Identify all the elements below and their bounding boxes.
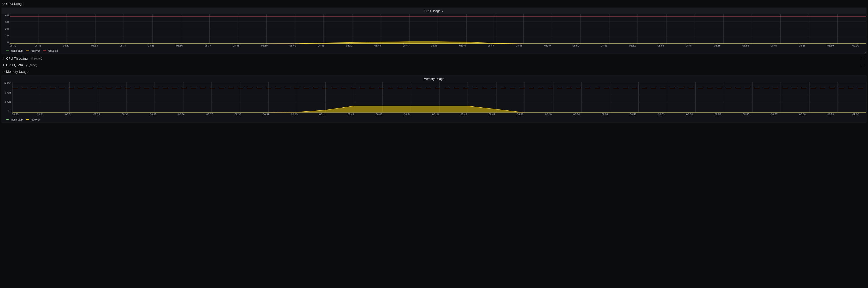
xaxis-cpu: 08:3008:3108:3208:3308:3408:3508:3608:37…	[2, 44, 866, 48]
xaxis-tick: 08:39	[261, 44, 268, 47]
xaxis-tick: 08:43	[376, 113, 382, 116]
legend-item-mako_stub[interactable]: mako-stub	[6, 118, 23, 121]
xaxis-tick: 08:59	[827, 44, 834, 47]
legend-label: requests	[48, 49, 58, 52]
panel-count: (1 panel)	[26, 64, 37, 67]
chevron-down-icon	[2, 3, 5, 5]
panel-title: CPU Usage	[424, 9, 441, 13]
legend-label: receiver	[31, 49, 40, 52]
xaxis-tick: 08:51	[601, 44, 608, 47]
legend-item-receiver[interactable]: receiver	[26, 49, 40, 52]
xaxis-tick: 08:31	[37, 113, 43, 116]
xaxis-tick: 08:48	[517, 113, 524, 116]
xaxis-tick: 08:47	[489, 113, 495, 116]
xaxis-tick: 08:49	[545, 113, 552, 116]
row-header-memory-usage[interactable]: Memory Usage	[0, 68, 868, 75]
legend-label: mako-stub	[10, 49, 23, 52]
xaxis-tick: 08:36	[178, 113, 185, 116]
legend-swatch	[43, 50, 46, 51]
xaxis-tick: 08:51	[602, 113, 608, 116]
yaxis-memory: 14 GiB 9 GiB 5 GiB 0 B	[2, 82, 12, 112]
xaxis-tick: 08:42	[346, 44, 352, 47]
legend-item-requests[interactable]: requests	[43, 49, 58, 52]
row-title: CPU Usage	[6, 2, 24, 6]
chevron-down-icon	[2, 70, 5, 73]
yaxis-cpu: 4.0 3.0 2.0 1.0 0	[2, 14, 10, 44]
xaxis-tick: 08:34	[122, 113, 128, 116]
xaxis-tick: 08:40	[289, 44, 296, 47]
legend-label: mako-stub	[10, 118, 23, 121]
xaxis-tick: 08:38	[235, 113, 241, 116]
xaxis-tick: 09:00	[852, 113, 859, 116]
legend-memory: mako-stubreceiver	[2, 117, 866, 122]
xaxis-tick: 08:59	[828, 113, 834, 116]
xaxis-tick: 08:41	[318, 44, 324, 47]
xaxis-tick: 08:32	[63, 44, 70, 47]
xaxis-tick: 08:37	[205, 44, 211, 47]
xaxis-tick: 08:52	[630, 113, 637, 116]
plot-cpu-usage[interactable]	[10, 14, 866, 44]
legend-swatch	[26, 119, 29, 120]
xaxis-tick: 08:58	[799, 113, 806, 116]
plot-memory-usage[interactable]	[12, 82, 866, 112]
panel-memory-usage: Memory Usage 14 GiB 9 GiB 5 GiB 0 B 08:3…	[1, 75, 867, 122]
xaxis-tick: 08:30	[10, 44, 16, 47]
xaxis-tick: 08:34	[120, 44, 126, 47]
xaxis-tick: 08:50	[574, 113, 580, 116]
xaxis-tick: 08:48	[516, 44, 522, 47]
row-title: CPU Throttling	[6, 57, 28, 60]
row-header-cpu-throttling[interactable]: CPU Throttling (1 panel) ⋮⋮	[0, 55, 868, 62]
xaxis-tick: 08:38	[233, 44, 240, 47]
xaxis-tick: 08:35	[150, 113, 156, 116]
chevron-down-icon	[441, 9, 444, 13]
xaxis-tick: 08:35	[148, 44, 155, 47]
panel-header-cpu-usage[interactable]: CPU Usage	[2, 8, 866, 14]
xaxis-tick: 08:40	[291, 113, 298, 116]
xaxis-tick: 08:44	[404, 113, 410, 116]
xaxis-tick: 08:39	[263, 113, 269, 116]
panel-header-memory-usage[interactable]: Memory Usage	[2, 76, 866, 82]
xaxis-tick: 08:53	[657, 44, 664, 47]
xaxis-tick: 08:45	[431, 44, 437, 47]
xaxis-tick: 08:43	[374, 44, 381, 47]
xaxis-tick: 08:54	[686, 44, 692, 47]
xaxis-tick: 08:56	[743, 113, 749, 116]
xaxis-tick: 08:36	[176, 44, 183, 47]
row-title: CPU Quota	[6, 63, 23, 67]
legend-swatch	[26, 50, 29, 51]
legend-item-receiver[interactable]: receiver	[26, 118, 40, 121]
resize-handle-icon[interactable]	[864, 51, 866, 53]
xaxis-tick: 08:55	[714, 44, 721, 47]
xaxis-tick: 08:54	[686, 113, 693, 116]
panel-count: (1 panel)	[31, 57, 42, 60]
xaxis-memory: 08:3008:3108:3208:3308:3408:3508:3608:37…	[2, 112, 866, 117]
xaxis-tick: 08:58	[799, 44, 806, 47]
xaxis-tick: 08:52	[629, 44, 636, 47]
xaxis-tick: 08:37	[206, 113, 213, 116]
xaxis-tick: 08:53	[658, 113, 665, 116]
row-header-cpu-quota[interactable]: CPU Quota (1 panel) ⋮⋮	[0, 62, 868, 68]
xaxis-tick: 08:47	[488, 44, 494, 47]
xaxis-tick: 08:57	[771, 44, 777, 47]
xaxis-tick: 08:46	[460, 113, 467, 116]
xaxis-tick: 08:49	[544, 44, 551, 47]
xaxis-tick: 08:33	[91, 44, 98, 47]
drag-handle-icon[interactable]: ⋮⋮	[860, 57, 866, 60]
xaxis-tick: 08:57	[771, 113, 778, 116]
xaxis-tick: 08:56	[742, 44, 749, 47]
legend-label: receiver	[31, 118, 40, 121]
xaxis-tick: 08:33	[93, 113, 100, 116]
panel-cpu-usage: CPU Usage 4.0 3.0 2.0 1.0 0 08:3	[1, 7, 867, 54]
drag-handle-icon[interactable]: ⋮⋮	[860, 64, 866, 67]
chevron-right-icon	[2, 57, 5, 60]
xaxis-tick: 09:00	[852, 44, 859, 47]
row-title: Memory Usage	[6, 70, 28, 74]
xaxis-tick: 08:31	[35, 44, 41, 47]
xaxis-tick: 08:45	[432, 113, 439, 116]
xaxis-tick: 08:41	[319, 113, 326, 116]
xaxis-tick: 08:42	[347, 113, 354, 116]
legend-item-mako_stub[interactable]: mako-stub	[6, 49, 23, 52]
xaxis-tick: 08:50	[572, 44, 579, 47]
xaxis-tick: 08:44	[403, 44, 409, 47]
row-header-cpu-usage[interactable]: CPU Usage	[0, 0, 868, 7]
